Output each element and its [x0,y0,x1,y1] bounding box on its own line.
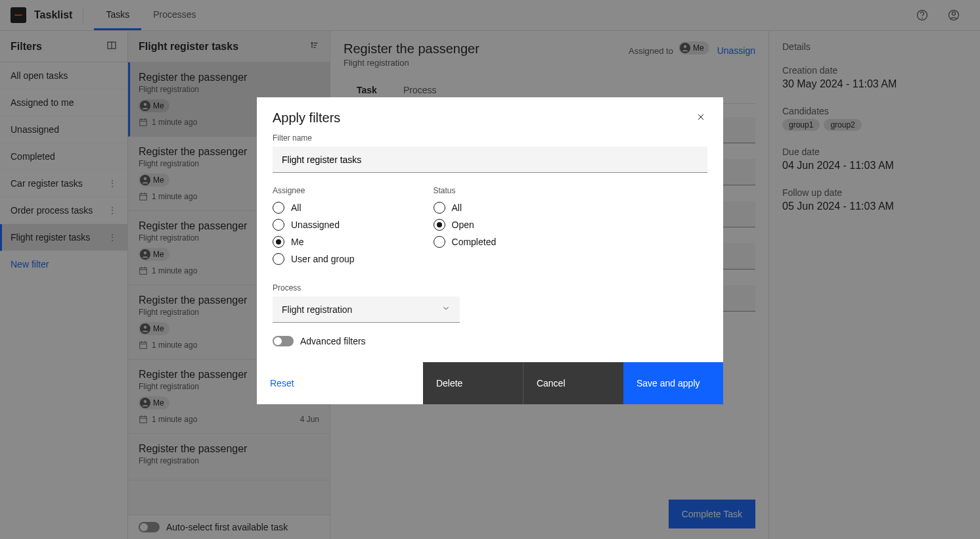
assignee-label: Assignee [273,186,355,195]
modal-title: Apply filters [273,110,340,126]
status-radio-group: Status AllOpenCompleted [434,186,497,270]
chevron-down-icon [441,304,451,315]
status-option[interactable]: Open [434,219,497,231]
radio-icon [273,202,284,214]
radio-label: Completed [452,237,497,247]
radio-icon [273,253,284,265]
process-select[interactable]: Flight registration [273,296,460,323]
status-option[interactable]: All [434,202,497,214]
advanced-filters-toggle[interactable] [273,336,294,346]
radio-icon [273,219,284,231]
process-value: Flight registration [282,304,352,315]
filter-name-label: Filter name [273,133,707,143]
assignee-option[interactable]: Unassigned [273,219,355,231]
apply-filters-modal: Apply filters Filter name Assignee AllUn… [257,97,723,404]
radio-icon [434,219,445,231]
advanced-filters-toggle-row: Advanced filters [273,336,707,346]
radio-label: Me [291,237,303,247]
reset-button[interactable]: Reset [257,362,423,404]
radio-label: Unassigned [291,220,340,230]
advanced-filters-label: Advanced filters [300,336,366,346]
cancel-button[interactable]: Cancel [523,362,623,404]
assignee-option[interactable]: User and group [273,253,355,265]
process-label: Process [273,283,707,293]
radio-label: User and group [291,254,355,264]
delete-button[interactable]: Delete [423,362,523,404]
modal-overlay[interactable]: Apply filters Filter name Assignee AllUn… [0,0,980,539]
radio-label: All [452,202,462,213]
radio-icon [434,236,445,248]
radio-label: Open [452,220,474,230]
assignee-radio-group: Assignee AllUnassignedMeUser and group [273,186,355,270]
assignee-option[interactable]: Me [273,236,355,248]
assignee-option[interactable]: All [273,202,355,214]
status-label: Status [434,186,497,195]
close-icon[interactable] [694,110,707,126]
save-apply-button[interactable]: Save and apply [623,362,723,404]
modal-footer: Reset Delete Cancel Save and apply [257,362,723,404]
status-option[interactable]: Completed [434,236,497,248]
radio-icon [273,236,284,248]
radio-icon [434,202,445,214]
filter-name-input[interactable] [273,147,707,173]
radio-label: All [291,202,301,213]
